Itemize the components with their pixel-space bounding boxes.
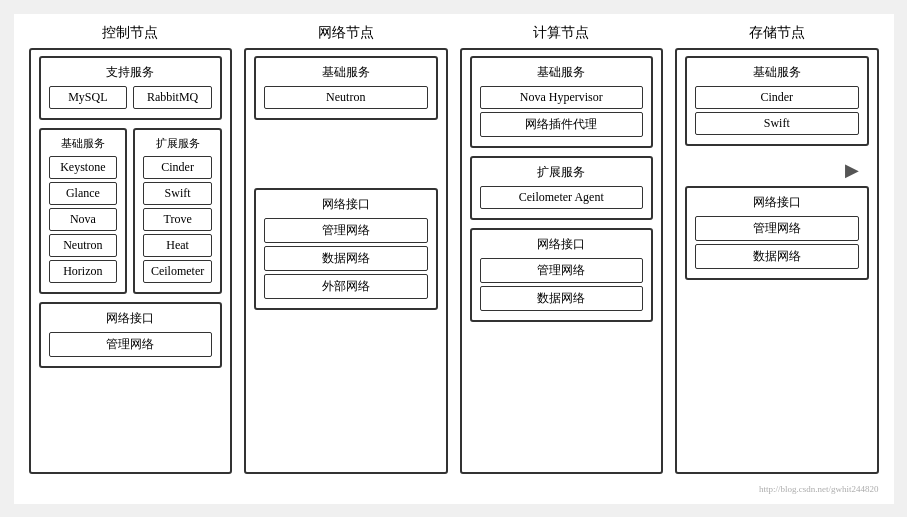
storage-node-box: 基础服务 Cinder Swift ▶ 网络接口 管理网络 数据网络 <box>675 48 879 474</box>
base-services-title: 基础服务 <box>49 136 118 151</box>
storage-network-title: 网络接口 <box>695 194 859 211</box>
mysql-service: MySQL <box>49 86 128 109</box>
network-node-column: 网络节点 基础服务 Neutron 网络接口 管理网络 数据网络 外部网络 <box>244 24 448 482</box>
storage-node-column: 存储节点 基础服务 Cinder Swift ▶ 网络接口 管理网络 数据网络 <box>675 24 879 482</box>
storage-base-box: 基础服务 Cinder Swift <box>685 56 869 146</box>
base-ext-wrapper: 基础服务 Keystone Glance Nova Neutron Horizo… <box>39 128 223 294</box>
compute-data-network: 数据网络 <box>480 286 644 311</box>
network-mgmt: 管理网络 <box>264 218 428 243</box>
network-interface-box: 网络接口 管理网络 数据网络 外部网络 <box>254 188 438 310</box>
swift-storage-service: Swift <box>695 112 859 135</box>
compute-network-title: 网络接口 <box>480 236 644 253</box>
columns-row: 控制节点 支持服务 MySQL RabbitMQ 基础服务 Keystone G… <box>29 24 879 482</box>
network-node-box: 基础服务 Neutron 网络接口 管理网络 数据网络 外部网络 <box>244 48 448 474</box>
storage-network-box: 网络接口 管理网络 数据网络 <box>685 186 869 280</box>
network-plugin-proxy: 网络插件代理 <box>480 112 644 137</box>
storage-node-title: 存储节点 <box>749 24 805 42</box>
compute-node-column: 计算节点 基础服务 Nova Hypervisor 网络插件代理 扩展服务 Ce… <box>460 24 664 482</box>
nova-hypervisor: Nova Hypervisor <box>480 86 644 109</box>
control-mgmt-network: 管理网络 <box>49 332 213 357</box>
cursor-indicator: ▶ <box>685 154 869 186</box>
base-services-box: 基础服务 Keystone Glance Nova Neutron Horizo… <box>39 128 128 294</box>
storage-data-network: 数据网络 <box>695 244 859 269</box>
ext-services-box: 扩展服务 Cinder Swift Trove Heat Ceilometer <box>133 128 222 294</box>
ext-services-title: 扩展服务 <box>143 136 212 151</box>
trove-service: Trove <box>143 208 212 231</box>
storage-base-title: 基础服务 <box>695 64 859 81</box>
network-interface-title: 网络接口 <box>264 196 428 213</box>
neutron-service: Neutron <box>49 234 118 257</box>
network-node-title: 网络节点 <box>318 24 374 42</box>
ceilometer-agent: Ceilometer Agent <box>480 186 644 209</box>
horizon-service: Horizon <box>49 260 118 283</box>
nova-service: Nova <box>49 208 118 231</box>
storage-mgmt-network: 管理网络 <box>695 216 859 241</box>
network-base-title: 基础服务 <box>264 64 428 81</box>
compute-node-title: 计算节点 <box>533 24 589 42</box>
control-network-title: 网络接口 <box>49 310 213 327</box>
glance-service: Glance <box>49 182 118 205</box>
watermark: http://blog.csdn.net/gwhit244820 <box>759 484 879 494</box>
support-services-row: MySQL RabbitMQ <box>49 86 213 109</box>
compute-network-box: 网络接口 管理网络 数据网络 <box>470 228 654 322</box>
compute-mgmt-network: 管理网络 <box>480 258 644 283</box>
support-services-title: 支持服务 <box>49 64 213 81</box>
network-base-box: 基础服务 Neutron <box>254 56 438 120</box>
compute-ext-title: 扩展服务 <box>480 164 644 181</box>
network-data: 数据网络 <box>264 246 428 271</box>
compute-base-title: 基础服务 <box>480 64 644 81</box>
ceilometer-service: Ceilometer <box>143 260 212 283</box>
compute-base-box: 基础服务 Nova Hypervisor 网络插件代理 <box>470 56 654 148</box>
swift-control-service: Swift <box>143 182 212 205</box>
heat-service: Heat <box>143 234 212 257</box>
cinder-storage-service: Cinder <box>695 86 859 109</box>
rabbitmq-service: RabbitMQ <box>133 86 212 109</box>
control-node-box: 支持服务 MySQL RabbitMQ 基础服务 Keystone Glance… <box>29 48 233 474</box>
compute-ext-box: 扩展服务 Ceilometer Agent <box>470 156 654 220</box>
compute-node-box: 基础服务 Nova Hypervisor 网络插件代理 扩展服务 Ceilome… <box>460 48 664 474</box>
network-external: 外部网络 <box>264 274 428 299</box>
control-network-box: 网络接口 管理网络 <box>39 302 223 368</box>
diagram-container: 控制节点 支持服务 MySQL RabbitMQ 基础服务 Keystone G… <box>14 14 894 504</box>
neutron-network-service: Neutron <box>264 86 428 109</box>
support-services-box: 支持服务 MySQL RabbitMQ <box>39 56 223 120</box>
keystone-service: Keystone <box>49 156 118 179</box>
control-node-title: 控制节点 <box>102 24 158 42</box>
cinder-control-service: Cinder <box>143 156 212 179</box>
control-node-column: 控制节点 支持服务 MySQL RabbitMQ 基础服务 Keystone G… <box>29 24 233 482</box>
